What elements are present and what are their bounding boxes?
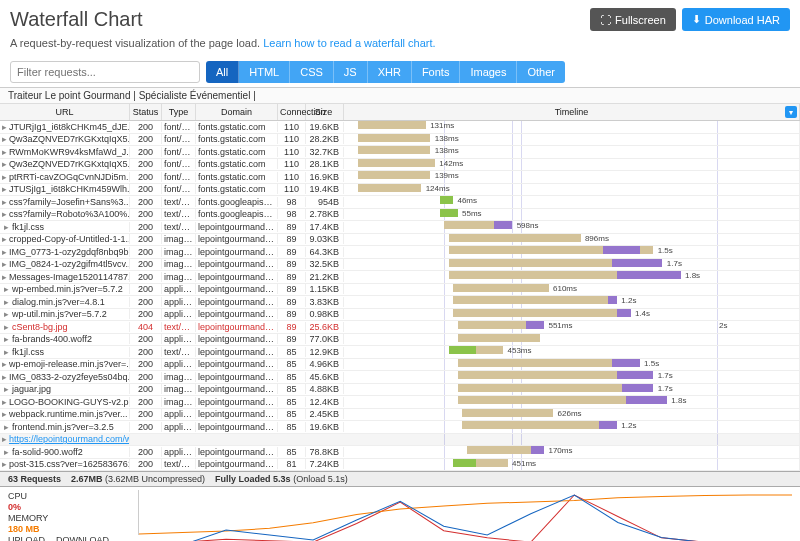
- request-url: wp-emoji-release.min.js?ver=...: [9, 359, 130, 369]
- request-timeline: [344, 434, 800, 446]
- expand-icon[interactable]: ▸: [2, 284, 10, 294]
- request-url: webpack.runtime.min.js?ver...: [9, 409, 128, 419]
- filter-tab-html[interactable]: HTML: [239, 61, 290, 83]
- expand-icon[interactable]: ▸: [2, 272, 7, 282]
- expand-icon[interactable]: ▸: [2, 122, 7, 132]
- expand-icon[interactable]: ▸: [2, 334, 10, 344]
- request-row[interactable]: ▸JTURjIg1_i6t8kCHKm45_dJE...200font/w...…: [0, 121, 800, 134]
- filter-tab-other[interactable]: Other: [517, 61, 565, 83]
- expand-icon[interactable]: ▸: [2, 459, 7, 469]
- expand-icon[interactable]: ▸: [2, 347, 10, 357]
- expand-icon[interactable]: ▸: [2, 247, 7, 257]
- expand-icon[interactable]: ▸: [2, 147, 7, 157]
- request-row[interactable]: ▸ptRRTi-cavZOGqCvnNJDi5m...200font/w...f…: [0, 171, 800, 184]
- request-timeline: 610ms: [344, 284, 800, 296]
- request-row[interactable]: ▸css?family=Josefin+Sans%3...200text/css…: [0, 196, 800, 209]
- request-row[interactable]: ▸frontend.min.js?ver=3.2.5200applic...le…: [0, 421, 800, 434]
- request-row[interactable]: ▸IMG_0773-1-ozy2gdqf8nbq9b...200image/..…: [0, 246, 800, 259]
- filter-tab-css[interactable]: CSS: [290, 61, 334, 83]
- request-row[interactable]: ▸IMG_0824-1-ozy2gifm4tl5vcv...200image/.…: [0, 259, 800, 272]
- request-timeline: 131ms: [344, 121, 800, 133]
- cpu-value: 0%: [8, 502, 21, 512]
- expand-icon[interactable]: ▸: [2, 184, 7, 194]
- request-row[interactable]: ▸wp-emoji-release.min.js?ver=...200appli…: [0, 359, 800, 372]
- expand-icon[interactable]: ▸: [2, 384, 10, 394]
- request-row[interactable]: ▸JTUSjIg1_i6t8kCHKm459Wlh...200font/w...…: [0, 184, 800, 197]
- request-row[interactable]: ▸Qw3aZQNVED7rKGKxtqIqX5...200font/w...fo…: [0, 134, 800, 147]
- col-type[interactable]: Type: [162, 104, 196, 120]
- request-row[interactable]: ▸post-315.css?ver=1625836761200text/cssl…: [0, 459, 800, 472]
- filter-input[interactable]: [10, 61, 200, 83]
- filter-tab-xhr[interactable]: XHR: [368, 61, 412, 83]
- request-type: text/css: [162, 209, 196, 219]
- request-row[interactable]: ▸https://lepointgourmand.com/wp-content/…: [0, 434, 800, 447]
- request-timeline: 46ms: [344, 196, 800, 208]
- filter-tab-images[interactable]: Images: [460, 61, 517, 83]
- request-status: 200: [130, 222, 162, 232]
- request-timeline: 1.4s: [344, 309, 800, 321]
- expand-icon[interactable]: ▸: [2, 447, 10, 457]
- request-type: applic...: [162, 409, 196, 419]
- expand-icon[interactable]: ▸: [2, 309, 10, 319]
- request-row[interactable]: ▸webpack.runtime.min.js?ver...200applic.…: [0, 409, 800, 422]
- expand-icon[interactable]: ▸: [2, 372, 7, 382]
- request-status: 200: [130, 397, 162, 407]
- expand-icon[interactable]: ▸: [2, 359, 7, 369]
- col-domain[interactable]: Domain: [196, 104, 278, 120]
- col-connection[interactable]: Connection: [278, 104, 306, 120]
- request-size: 4.88KB: [306, 384, 344, 394]
- expand-icon[interactable]: ▸: [2, 397, 7, 407]
- request-row[interactable]: ▸Qw3eZQNVED7rKGKxtqIqX5...200font/w...fo…: [0, 159, 800, 172]
- col-status[interactable]: Status: [130, 104, 162, 120]
- request-connection: 89: [278, 334, 306, 344]
- expand-icon[interactable]: ▸: [2, 297, 10, 307]
- filter-tab-all[interactable]: All: [206, 61, 239, 83]
- request-row[interactable]: ▸LOGO-BOOKING-GUYS-v2.png200image/...lep…: [0, 396, 800, 409]
- expand-icon[interactable]: ▸: [2, 134, 7, 144]
- filter-tab-js[interactable]: JS: [334, 61, 368, 83]
- col-size[interactable]: Size: [306, 104, 344, 120]
- expand-icon[interactable]: ▸: [2, 159, 7, 169]
- request-row[interactable]: ▸IMG_0833-2-ozy2feye5s04bq...200image/..…: [0, 371, 800, 384]
- expand-icon[interactable]: ▸: [2, 234, 7, 244]
- fullscreen-button[interactable]: ⛶Fullscreen: [590, 8, 676, 31]
- download-har-button[interactable]: ⬇Download HAR: [682, 8, 790, 31]
- request-type: text/css: [162, 347, 196, 357]
- expand-icon[interactable]: ▸: [2, 197, 7, 207]
- request-url: fk1jl.css: [12, 347, 44, 357]
- expand-icon[interactable]: ▸: [2, 409, 7, 419]
- request-row[interactable]: ▸cropped-Copy-of-Untitled-1-1...200image…: [0, 234, 800, 247]
- timeline-dropdown-icon[interactable]: ▾: [785, 106, 797, 118]
- col-url[interactable]: URL: [0, 104, 130, 120]
- expand-icon[interactable]: ▸: [2, 422, 10, 432]
- request-row[interactable]: ▸cSent8-bg.jpg404text/h...lepointgourman…: [0, 321, 800, 334]
- filter-tab-fonts[interactable]: Fonts: [412, 61, 461, 83]
- learn-link[interactable]: Learn how to read a waterfall chart.: [263, 37, 435, 49]
- expand-icon[interactable]: ▸: [2, 322, 10, 332]
- request-row[interactable]: ▸jaguar.jpg200image/...lepointgourmand.c…: [0, 384, 800, 397]
- request-row[interactable]: ▸fk1jl.css200text/csslepointgourmand.com…: [0, 221, 800, 234]
- request-row[interactable]: ▸RWmMoKWR9v4ksMfaWd_J...200font/w...font…: [0, 146, 800, 159]
- expand-icon[interactable]: ▸: [2, 222, 10, 232]
- request-url: wp-embed.min.js?ver=5.7.2: [12, 284, 123, 294]
- request-timeline: 124ms: [344, 184, 800, 196]
- request-row[interactable]: ▸fa-brands-400.woff2200applic...lepointg…: [0, 334, 800, 347]
- col-timeline[interactable]: Timeline▾: [344, 104, 800, 120]
- request-row[interactable]: ▸dialog.min.js?ver=4.8.1200applic...lepo…: [0, 296, 800, 309]
- request-row[interactable]: ▸fk1jl.css200text/csslepointgourmand.com…: [0, 346, 800, 359]
- request-row[interactable]: ▸wp-util.min.js?ver=5.7.2200applic...lep…: [0, 309, 800, 322]
- request-status: 200: [130, 372, 162, 382]
- request-row[interactable]: ▸fa-solid-900.woff2200applic...lepointgo…: [0, 446, 800, 459]
- request-url: wp-util.min.js?ver=5.7.2: [12, 309, 107, 319]
- expand-icon[interactable]: ▸: [2, 434, 7, 444]
- expand-icon[interactable]: ▸: [2, 209, 7, 219]
- request-row[interactable]: ▸wp-embed.min.js?ver=5.7.2200applic...le…: [0, 284, 800, 297]
- request-connection: 85: [278, 409, 306, 419]
- expand-icon[interactable]: ▸: [2, 259, 7, 269]
- request-domain: lepointgourmand.com: [196, 247, 278, 257]
- expand-icon[interactable]: ▸: [2, 172, 7, 182]
- request-row[interactable]: ▸Messages-Image1520114787...200image/...…: [0, 271, 800, 284]
- request-row[interactable]: ▸css?family=Roboto%3A100%...200text/cssf…: [0, 209, 800, 222]
- request-connection: 85: [278, 359, 306, 369]
- request-domain: lepointgourmand.com: [196, 284, 278, 294]
